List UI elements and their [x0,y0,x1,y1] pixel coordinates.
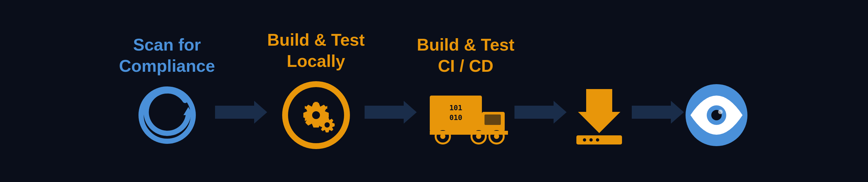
scan-compliance-icon [134,83,200,148]
step-build-cicd-label: Build & TestCI / CD [417,34,514,77]
svg-text:101: 101 [449,104,462,112]
arrow-1 [215,99,267,125]
pipeline-diagram: Scan forCompliance Build & TestLocally [0,29,868,153]
svg-point-8 [324,122,330,127]
build-local-icon [279,78,353,153]
svg-marker-22 [515,101,567,124]
arrow-2 [365,99,417,125]
step-build-local: Build & TestLocally [267,29,365,153]
svg-point-26 [589,138,593,142]
svg-rect-14 [485,115,501,125]
svg-point-25 [583,138,586,142]
svg-marker-2 [215,101,267,124]
monitor-icon [684,83,749,148]
step-scan-compliance: Scan forCompliance [119,34,215,148]
step-build-local-label: Build & TestLocally [267,29,365,72]
svg-marker-23 [578,89,620,133]
deploy-icon [567,83,632,148]
arrow-4 [632,99,684,125]
svg-point-27 [596,138,599,142]
svg-rect-21 [430,131,508,135]
step-deploy [567,34,632,148]
step-monitor [684,34,749,148]
step-build-cicd: Build & TestCI / CD 101 010 [417,34,514,148]
svg-point-6 [312,111,320,119]
svg-marker-9 [365,101,417,124]
build-cicd-icon: 101 010 [423,83,508,148]
svg-text:010: 010 [449,114,462,122]
svg-point-32 [718,110,723,114]
arrow-3 [515,99,567,125]
step-scan-label: Scan forCompliance [119,34,215,77]
svg-marker-28 [632,101,684,124]
